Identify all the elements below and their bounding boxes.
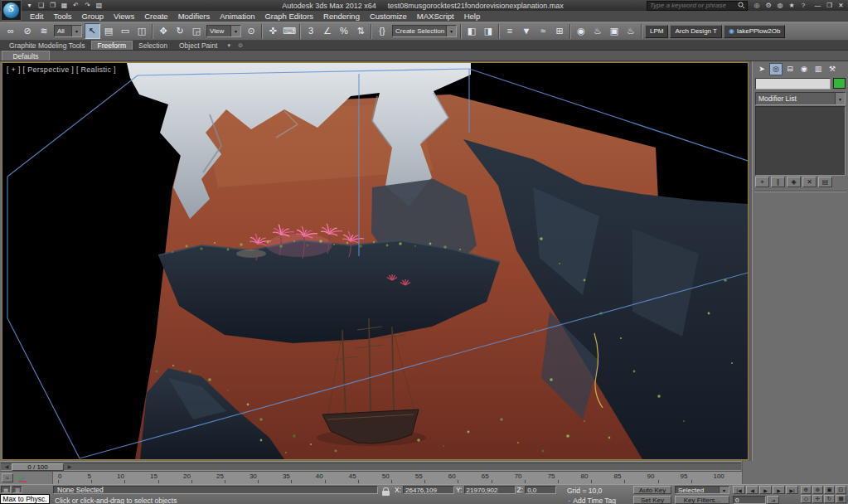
chevron-down-icon[interactable]: ▾ — [71, 26, 81, 36]
select-move-icon[interactable]: ✥ — [156, 23, 172, 39]
remove-modifier-button[interactable]: ✕ — [802, 177, 817, 187]
selection-status-field[interactable]: None Selected — [53, 486, 378, 494]
help-icon[interactable]: ? — [798, 2, 808, 10]
selection-filter-dropdown[interactable]: All▾ — [54, 25, 82, 37]
save-file-icon[interactable]: ▦ — [59, 1, 70, 10]
redo-icon[interactable]: ↷ — [82, 1, 93, 10]
current-frame-field[interactable]: 0 — [733, 496, 766, 504]
favorites-icon[interactable]: ★ — [787, 2, 797, 10]
modifier-stack-list[interactable] — [755, 106, 846, 176]
reference-coordinate-dropdown[interactable]: View▾ — [206, 25, 241, 37]
menu-rendering[interactable]: Rendering — [318, 12, 365, 21]
previous-frame-arrow-icon[interactable]: ◀ — [2, 463, 11, 470]
minimize-button[interactable]: — — [812, 2, 823, 10]
keyboard-override-icon[interactable]: ⌨ — [282, 23, 298, 39]
angle-snap-icon[interactable]: ∠ — [320, 23, 336, 39]
viewport-canvas[interactable]: [ + ] [ Perspective ] [ Realistic ] — [2, 62, 749, 460]
z-coordinate-field[interactable]: 0,0 — [525, 486, 556, 494]
x-coordinate-field[interactable]: 26476,109 — [403, 486, 454, 494]
play-button[interactable]: ▶ — [759, 486, 772, 494]
percent-snap-icon[interactable]: % — [337, 23, 352, 39]
add-time-tag-button[interactable]: ◔ Add Time Tag — [567, 497, 616, 504]
search-icon[interactable] — [738, 2, 747, 9]
search-input[interactable] — [647, 2, 738, 10]
arch-design-button[interactable]: Arch Design T — [670, 25, 722, 38]
menu-group[interactable]: Group — [77, 12, 109, 21]
time-slider-handle[interactable]: 0 / 100 — [12, 463, 64, 471]
key-filters-button[interactable]: Key Filters... — [675, 496, 729, 504]
ribbon-tab-graphite[interactable]: Graphite Modeling Tools — [3, 41, 91, 50]
spinner-snap-icon[interactable]: ⇅ — [353, 23, 369, 39]
window-crossing-icon[interactable]: ◫ — [134, 23, 150, 39]
go-to-start-button[interactable]: |◀ — [733, 486, 745, 494]
infocenter-search-icon[interactable]: ◎ — [752, 2, 762, 10]
zoom-all-button[interactable]: ⊛ — [812, 486, 823, 494]
select-rotate-icon[interactable]: ↻ — [172, 23, 188, 39]
application-menu-button[interactable]: S — [1, 0, 22, 21]
select-by-name-icon[interactable]: ▤ — [101, 23, 117, 39]
viewport-label[interactable]: [ + ] [ Perspective ] [ Realistic ] — [7, 65, 116, 74]
named-selection-sets-icon[interactable]: {} — [375, 23, 390, 39]
maximize-viewport-button[interactable]: ▦ — [836, 495, 846, 503]
mirror-icon[interactable]: ◧ — [464, 23, 480, 39]
max-to-physc-button[interactable]: Max to Physc. — [0, 494, 50, 504]
configure-modifier-sets-button[interactable]: ▤ — [818, 177, 832, 187]
new-file-icon[interactable]: ❏ — [36, 1, 46, 10]
menu-graph-editors[interactable]: Graph Editors — [259, 12, 318, 21]
restore-button[interactable]: ❐ — [824, 2, 835, 10]
undo-icon[interactable]: ↶ — [70, 1, 81, 10]
subscription-center-icon[interactable]: ⚙ — [763, 2, 773, 10]
panel-tab-create-icon[interactable]: ➤ — [755, 63, 768, 75]
set-key-button[interactable]: Set Key — [633, 496, 671, 504]
project-folder-icon[interactable]: ▧ — [94, 1, 104, 10]
fov-button[interactable]: ◇ — [801, 495, 812, 503]
panel-tab-display-icon[interactable]: ▥ — [812, 63, 825, 75]
modifier-list-dropdown[interactable]: Modifier List ▾ — [755, 92, 846, 105]
listener-log-icon[interactable]: ▥ — [12, 486, 22, 493]
menu-customize[interactable]: Customize — [365, 12, 412, 21]
menu-animation[interactable]: Animation — [215, 12, 259, 21]
time-slider-track[interactable]: ◀ 0 / 100 ▶ — [1, 463, 741, 471]
key-mode-toggle-button[interactable]: ⇥ — [767, 496, 779, 504]
open-mini-curve-editor-button[interactable]: ≈ — [2, 473, 13, 482]
object-color-swatch[interactable] — [833, 78, 846, 89]
close-button[interactable]: ✕ — [836, 2, 846, 10]
ribbon-tab-object-paint[interactable]: Object Paint — [173, 41, 223, 50]
material-editor-icon[interactable]: ◉ — [574, 23, 589, 39]
select-object-icon[interactable]: ↖ — [85, 23, 100, 39]
lpm-button[interactable]: LPM — [645, 25, 668, 38]
key-mode-dropdown[interactable]: Selected ▾ — [675, 486, 729, 494]
auto-key-button[interactable]: Auto Key — [633, 486, 671, 494]
rect-selection-region-icon[interactable]: ▭ — [118, 23, 133, 39]
maxscript-listener-icon[interactable]: ▤ — [1, 486, 11, 493]
menu-tools[interactable]: Tools — [48, 12, 76, 21]
panel-tab-hierarchy-icon[interactable]: ⊟ — [783, 63, 797, 75]
ribbon-minimize-icon[interactable]: ▾ — [223, 41, 235, 50]
menu-edit[interactable]: Edit — [25, 12, 48, 21]
lake-object-button[interactable]: ◉lakePPlow2Ob — [724, 25, 785, 38]
menu-views[interactable]: Views — [109, 12, 139, 21]
app-menu-arrow-icon[interactable]: ▾ — [24, 1, 35, 10]
panel-tab-modify-icon[interactable]: ◎ — [769, 63, 783, 75]
defaults-tab[interactable]: Defaults — [2, 51, 50, 61]
render-setup-icon[interactable]: ♨ — [590, 23, 606, 39]
ribbon-tab-freeform[interactable]: Freeform — [91, 41, 133, 50]
y-coordinate-field[interactable]: 21970,902 — [464, 486, 516, 494]
open-file-icon[interactable]: ❐ — [47, 1, 58, 10]
track-bar[interactable]: ≈ 05101520253035404550556065707580859095… — [0, 471, 742, 484]
menu-create[interactable]: Create — [139, 12, 173, 21]
pan-button[interactable]: ✛ — [812, 495, 823, 503]
layer-manager-icon[interactable]: ≡ — [502, 23, 518, 39]
communication-center-icon[interactable]: ◍ — [775, 2, 785, 10]
select-scale-icon[interactable]: ◲ — [189, 23, 205, 39]
bind-spacewarp-icon[interactable]: ≋ — [36, 23, 52, 39]
lock-selection-toggle[interactable] — [382, 487, 392, 497]
go-to-end-button[interactable]: ▶| — [786, 486, 798, 494]
rendered-frame-icon[interactable]: ▣ — [607, 23, 623, 39]
use-pivot-center-icon[interactable]: ⊙ — [244, 23, 259, 39]
selection-set-dropdown[interactable]: Create Selection Set▾ — [392, 25, 457, 37]
zoom-extents-button[interactable]: ▣ — [824, 486, 835, 494]
ribbon-config-icon[interactable]: ⊙ — [235, 41, 246, 50]
panel-tab-motion-icon[interactable]: ◉ — [797, 63, 811, 75]
pin-stack-button[interactable]: ⌖ — [755, 177, 769, 187]
